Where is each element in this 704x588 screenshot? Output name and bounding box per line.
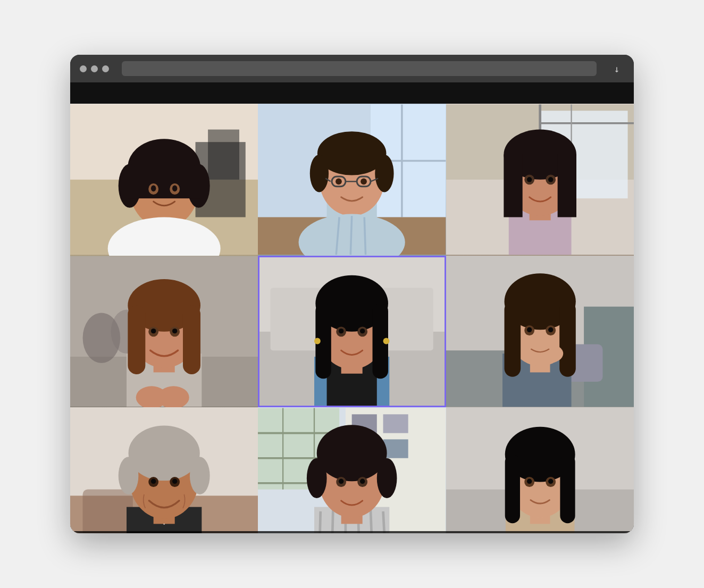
svg-point-14 — [172, 185, 177, 191]
svg-point-135 — [317, 425, 387, 482]
video-cell-3[interactable] — [446, 104, 634, 256]
svg-rect-49 — [557, 155, 576, 217]
svg-rect-10 — [128, 167, 200, 198]
svg-rect-94 — [504, 301, 521, 376]
video-cell-2[interactable] — [258, 104, 446, 256]
video-cell-7[interactable] — [70, 407, 258, 533]
svg-line-128 — [332, 510, 333, 533]
participant-6-portrait — [446, 256, 634, 408]
svg-line-36 — [351, 216, 352, 255]
address-bar[interactable] — [122, 61, 597, 76]
browser-content: – Exciting news everyone, we now have li… — [70, 82, 634, 533]
participant-1-portrait — [70, 104, 258, 256]
svg-point-109 — [190, 457, 210, 495]
svg-point-81 — [383, 338, 390, 344]
svg-point-80 — [314, 338, 321, 344]
svg-point-67 — [172, 329, 177, 333]
svg-rect-95 — [559, 301, 576, 376]
svg-point-160 — [527, 479, 532, 484]
svg-point-140 — [339, 479, 343, 484]
svg-point-137 — [377, 458, 397, 498]
maximize-button[interactable] — [102, 65, 109, 72]
svg-point-33 — [361, 178, 367, 184]
svg-rect-48 — [504, 155, 522, 217]
svg-point-161 — [548, 479, 553, 484]
svg-rect-119 — [383, 440, 408, 458]
svg-point-112 — [151, 479, 156, 484]
svg-point-141 — [360, 479, 365, 484]
svg-line-127 — [320, 511, 321, 533]
svg-rect-103 — [83, 490, 133, 533]
svg-point-107 — [129, 426, 200, 481]
svg-point-98 — [527, 327, 532, 332]
video-cell-9[interactable] — [446, 407, 634, 533]
svg-point-108 — [119, 457, 139, 495]
participant-4-portrait — [70, 256, 258, 408]
svg-point-32 — [336, 178, 342, 184]
svg-line-37 — [365, 217, 366, 255]
participant-2-portrait — [258, 104, 446, 256]
video-cell-8[interactable] — [258, 407, 446, 533]
live-caption-bar: – Exciting news everyone, we now have li… — [70, 531, 634, 533]
participant-3-portrait — [446, 104, 634, 256]
svg-rect-157 — [560, 455, 575, 524]
svg-rect-117 — [383, 415, 408, 433]
browser-titlebar: ↓ — [70, 55, 634, 82]
svg-point-100 — [535, 344, 563, 363]
svg-point-85 — [360, 329, 365, 333]
svg-rect-62 — [128, 305, 145, 374]
svg-rect-63 — [183, 305, 200, 374]
svg-point-25 — [310, 155, 329, 192]
participant-7-portrait — [70, 407, 258, 533]
download-icon[interactable]: ↓ — [609, 61, 624, 76]
svg-point-52 — [527, 177, 532, 182]
svg-rect-156 — [505, 455, 519, 524]
svg-rect-3 — [208, 130, 239, 180]
participant-9-portrait — [446, 407, 634, 533]
svg-point-113 — [172, 479, 177, 484]
traffic-lights — [80, 65, 109, 72]
video-cell-6[interactable] — [446, 256, 634, 408]
video-cell-5-active-speaker[interactable] — [258, 256, 446, 408]
participant-5-portrait — [258, 256, 446, 408]
close-button[interactable] — [80, 65, 87, 72]
top-black-bar — [70, 82, 634, 104]
video-grid: – Exciting news everyone, we now have li… — [70, 104, 634, 533]
svg-point-53 — [548, 177, 553, 182]
video-cell-4[interactable] — [70, 256, 258, 408]
video-cell-1[interactable] — [70, 104, 258, 256]
svg-point-66 — [151, 329, 156, 333]
svg-point-13 — [151, 185, 156, 191]
svg-point-99 — [548, 327, 553, 332]
svg-point-26 — [375, 155, 394, 192]
svg-point-136 — [307, 458, 327, 498]
browser-window: ↓ — [70, 55, 634, 533]
participant-8-portrait — [258, 407, 446, 533]
minimize-button[interactable] — [91, 65, 98, 72]
svg-point-84 — [339, 329, 343, 333]
